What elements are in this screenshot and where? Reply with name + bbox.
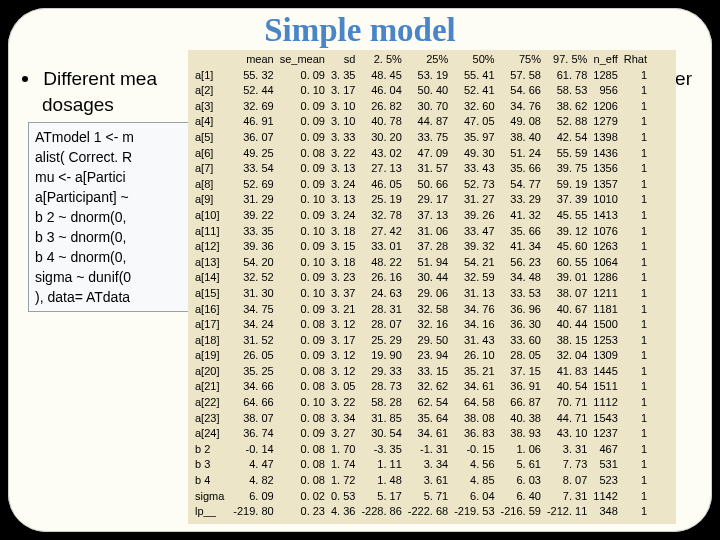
cell-value: 29. 50 <box>405 333 451 349</box>
stats-body: a[1]55. 320. 093. 3548. 4553. 1955. 4157… <box>192 68 650 520</box>
cell-value: 50. 66 <box>405 177 451 193</box>
table-row: sigma6. 090. 020. 535. 175. 716. 046. 40… <box>192 489 650 505</box>
cell-value: 1. 74 <box>328 457 358 473</box>
cell-value: 3. 13 <box>328 161 358 177</box>
cell-value: 39. 26 <box>451 208 497 224</box>
cell-value: 1 <box>621 348 650 364</box>
table-row: a[11]33. 350. 103. 1827. 4231. 0633. 473… <box>192 224 650 240</box>
cell-value: 3. 12 <box>328 364 358 380</box>
cell-value: 26. 05 <box>230 348 276 364</box>
code-line: sigma ~ dunif(0 <box>35 267 185 287</box>
cell-value: 0. 08 <box>277 379 328 395</box>
cell-value: 28. 05 <box>498 348 544 364</box>
table-row: a[9]31. 290. 103. 1325. 1929. 1731. 2733… <box>192 192 650 208</box>
cell-value: 3. 10 <box>328 114 358 130</box>
cell-value: 32. 59 <box>451 270 497 286</box>
table-row: a[2]52. 440. 103. 1746. 0450. 4052. 4154… <box>192 83 650 99</box>
stats-col-header: 25% <box>405 52 451 68</box>
row-name: a[16] <box>192 302 230 318</box>
cell-value: 52. 41 <box>451 83 497 99</box>
row-name: b 3 <box>192 457 230 473</box>
cell-value: 58. 53 <box>544 83 590 99</box>
stats-col-header: 2. 5% <box>358 52 404 68</box>
row-name: sigma <box>192 489 230 505</box>
cell-value: 51. 94 <box>405 255 451 271</box>
cell-value: 3. 18 <box>328 255 358 271</box>
cell-value: 54. 21 <box>451 255 497 271</box>
cell-value: 34. 76 <box>451 302 497 318</box>
stats-col-header: 50% <box>451 52 497 68</box>
cell-value: 0. 09 <box>277 68 328 84</box>
cell-value: -222. 68 <box>405 504 451 520</box>
cell-value: 1181 <box>590 302 620 318</box>
cell-value: 3. 27 <box>328 426 358 442</box>
cell-value: 26. 82 <box>358 99 404 115</box>
code-line: ), data= ATdata <box>35 287 185 307</box>
cell-value: 3. 34 <box>405 457 451 473</box>
table-row: a[13]54. 200. 103. 1848. 2251. 9454. 215… <box>192 255 650 271</box>
cell-value: 33. 54 <box>230 161 276 177</box>
cell-value: 7. 73 <box>544 457 590 473</box>
cell-value: 0. 09 <box>277 302 328 318</box>
cell-value: 32. 04 <box>544 348 590 364</box>
cell-value: 36. 83 <box>451 426 497 442</box>
cell-value: 3. 22 <box>328 146 358 162</box>
cell-value: -3. 35 <box>358 442 404 458</box>
cell-value: 62. 54 <box>405 395 451 411</box>
stats-output-panel: meanse_meansd2. 5%25%50%75%97. 5%n_effRh… <box>188 50 676 524</box>
row-name: a[22] <box>192 395 230 411</box>
cell-value: 3. 17 <box>328 83 358 99</box>
cell-value: 32. 58 <box>405 302 451 318</box>
table-row: a[7]33. 540. 093. 1327. 1331. 5733. 4335… <box>192 161 650 177</box>
cell-value: 1076 <box>590 224 620 240</box>
cell-value: 956 <box>590 83 620 99</box>
cell-value: 36. 96 <box>498 302 544 318</box>
cell-value: 1279 <box>590 114 620 130</box>
cell-value: 1500 <box>590 317 620 333</box>
cell-value: 60. 55 <box>544 255 590 271</box>
code-line: mu <- a[Partici <box>35 167 185 187</box>
cell-value: 35. 25 <box>230 364 276 380</box>
cell-value: 3. 24 <box>328 208 358 224</box>
cell-value: 5. 71 <box>405 489 451 505</box>
table-row: lp__-219. 800. 234. 36-228. 86-222. 68-2… <box>192 504 650 520</box>
row-name: a[4] <box>192 114 230 130</box>
row-name: a[10] <box>192 208 230 224</box>
cell-value: 1 <box>621 489 650 505</box>
cell-value: 32. 69 <box>230 99 276 115</box>
cell-value: 70. 71 <box>544 395 590 411</box>
cell-value: 467 <box>590 442 620 458</box>
cell-value: 35. 97 <box>451 130 497 146</box>
table-row: a[19]26. 050. 093. 1219. 9023. 9426. 102… <box>192 348 650 364</box>
row-name: b 4 <box>192 473 230 489</box>
stats-col-header: sd <box>328 52 358 68</box>
cell-value: 42. 54 <box>544 130 590 146</box>
cell-value: 38. 62 <box>544 99 590 115</box>
cell-value: 4. 47 <box>230 457 276 473</box>
cell-value: 64. 58 <box>451 395 497 411</box>
cell-value: 31. 43 <box>451 333 497 349</box>
cell-value: 31. 13 <box>451 286 497 302</box>
row-name: a[12] <box>192 239 230 255</box>
cell-value: 1511 <box>590 379 620 395</box>
cell-value: 34. 76 <box>498 99 544 115</box>
cell-value: 32. 78 <box>358 208 404 224</box>
cell-value: 1 <box>621 83 650 99</box>
cell-value: 3. 31 <box>544 442 590 458</box>
cell-value: 1543 <box>590 411 620 427</box>
cell-value: 3. 61 <box>405 473 451 489</box>
cell-value: 3. 17 <box>328 333 358 349</box>
cell-value: 19. 90 <box>358 348 404 364</box>
cell-value: 0. 09 <box>277 130 328 146</box>
row-name: a[15] <box>192 286 230 302</box>
cell-value: 1309 <box>590 348 620 364</box>
cell-value: 31. 06 <box>405 224 451 240</box>
cell-value: 34. 75 <box>230 302 276 318</box>
table-row: a[24]36. 740. 093. 2730. 5434. 6136. 833… <box>192 426 650 442</box>
cell-value: 55. 32 <box>230 68 276 84</box>
cell-value: 32. 60 <box>451 99 497 115</box>
cell-value: 55. 41 <box>451 68 497 84</box>
cell-value: 3. 13 <box>328 192 358 208</box>
cell-value: 3. 37 <box>328 286 358 302</box>
cell-value: 4. 36 <box>328 504 358 520</box>
